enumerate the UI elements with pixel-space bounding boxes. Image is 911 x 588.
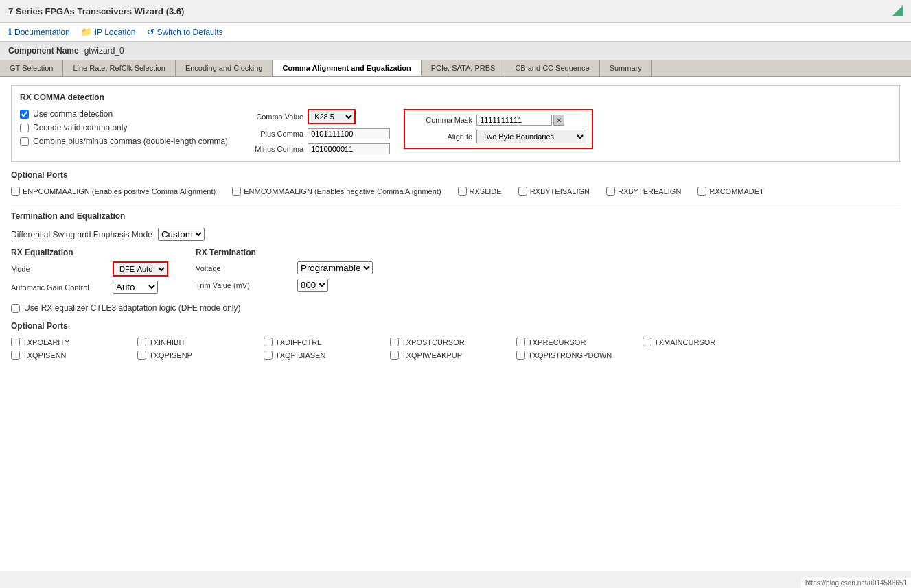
comma-mask-input[interactable]	[476, 115, 552, 126]
tab-pcie[interactable]: PCIe, SATA, PRBS	[422, 60, 506, 76]
diff-swing-row: Differential Swing and Emphasis Mode Cus…	[11, 228, 900, 241]
switch-defaults-link[interactable]: ↺ Switch to Defaults	[147, 27, 223, 37]
agc-row: Automatic Gain Control Auto Manual	[11, 281, 168, 294]
txpostcursor-label: TXPOSTCURSOR	[402, 338, 465, 346]
component-name-value: gtwizard_0	[84, 46, 124, 56]
txqpisenn-row: TXQPISENN	[11, 351, 121, 360]
txqpistrongpdown-label: TXQPISTRONGPDOWN	[528, 351, 612, 360]
comma-value-wrapper: K28.5 K28.1 K28.7 Custom	[308, 109, 356, 124]
use-rx-row: Use RX equalizer CTLE3 adaptation logic …	[11, 303, 900, 313]
txpostcursor-row: TXPOSTCURSOR	[390, 338, 500, 346]
txdiffctrl-checkbox[interactable]	[264, 338, 273, 346]
tabs-bar: GT Selection Line Rate, RefClk Selection…	[0, 60, 911, 77]
folder-icon: 📁	[81, 27, 92, 37]
txqpisenn-checkbox[interactable]	[11, 351, 20, 360]
txqpiweakpup-checkbox[interactable]	[390, 351, 399, 360]
rxslide-label: RXSLIDE	[470, 187, 502, 196]
corner-decoration	[892, 5, 903, 16]
diff-swing-select[interactable]: Custom Default	[158, 228, 205, 241]
trim-value-label: Trim Value (mV)	[196, 281, 292, 290]
rxbyteisalign-checkbox[interactable]	[518, 187, 527, 196]
plus-comma-row: Plus Comma	[242, 128, 390, 139]
txmaincursor-checkbox[interactable]	[643, 338, 651, 346]
plus-comma-input[interactable]	[308, 128, 390, 139]
documentation-link[interactable]: ℹ Documentation	[8, 27, 70, 37]
decode-valid-comma-checkbox[interactable]	[20, 124, 29, 132]
rxbyteisalign-row: RXBYTEISALIGN	[518, 187, 590, 196]
rxcommadet-label: RXCOMMADET	[709, 187, 763, 196]
rx-equalization-title: RX Equalization	[11, 248, 168, 257]
txqpisenn-label: TXQPISENN	[23, 351, 67, 360]
use-comma-checkbox[interactable]	[20, 110, 29, 119]
align-to-row: Align to Two Byte Boundaries Any Byte Bo…	[411, 130, 586, 143]
optional-ports-1-title: Optional Ports	[11, 170, 900, 181]
tab-gt-selection[interactable]: GT Selection	[0, 60, 63, 76]
txqpiweakpup-label: TXQPIWEAKPUP	[402, 351, 462, 360]
comma-mask-row: Comma Mask ✕	[411, 115, 586, 126]
mode-select[interactable]: DFE-Auto LPM DFE	[114, 263, 167, 275]
plus-comma-label: Plus Comma	[242, 130, 303, 138]
tab-line-rate[interactable]: Line Rate, RefClk Selection	[63, 60, 176, 76]
enm-comma-checkbox[interactable]	[232, 187, 241, 196]
rx-comma-section: RX COMMA detection Use comma detection D…	[11, 85, 900, 162]
txqpisenp-label: TXQPISENP	[149, 351, 192, 360]
txqpisenp-row: TXQPISENP	[137, 351, 247, 360]
enm-comma-row: ENMCOMMAALIGN (Enables negative Comma Al…	[232, 187, 441, 196]
txinhibit-row: TXINHIBIT	[137, 338, 247, 346]
use-rx-equalizer-checkbox[interactable]	[11, 304, 20, 313]
tab-encoding[interactable]: Encoding and Clocking	[176, 60, 273, 76]
optional-ports-row1: TXPOLARITY TXINHIBIT TXDIFFCTRL TXPOSTCU…	[11, 338, 900, 346]
voltage-row: Voltage Programmable Fixed	[196, 261, 373, 274]
voltage-label: Voltage	[196, 264, 292, 272]
comma-mask-label: Comma Mask	[411, 116, 472, 124]
txpolarity-checkbox[interactable]	[11, 338, 20, 346]
rxbyterealign-label: RXBYTEREALIGN	[618, 187, 681, 196]
rxslide-checkbox[interactable]	[458, 187, 467, 196]
use-comma-label: Use comma detection	[33, 109, 113, 119]
txpostcursor-checkbox[interactable]	[390, 338, 399, 346]
txqpisenp-checkbox[interactable]	[137, 351, 146, 360]
align-to-select[interactable]: Two Byte Boundaries Any Byte Boundary	[476, 130, 586, 143]
txmaincursor-row: TXMAINCURSOR	[643, 338, 752, 346]
combine-plus-minus-checkbox[interactable]	[20, 137, 29, 146]
tab-cb-cc[interactable]: CB and CC Sequence	[505, 60, 599, 76]
enp-comma-checkbox[interactable]	[11, 187, 20, 196]
right-fields: Comma Mask ✕ Align to Two Byte Boundarie…	[404, 109, 593, 149]
refresh-icon: ↺	[147, 27, 154, 37]
txmaincursor-label: TXMAINCURSOR	[654, 338, 715, 346]
rxcommadet-checkbox[interactable]	[697, 187, 706, 196]
use-rx-equalizer-label: Use RX equalizer CTLE3 adaptation logic …	[24, 303, 240, 313]
comma-value-select[interactable]: K28.5 K28.1 K28.7 Custom	[309, 110, 354, 123]
comma-value-label: Comma Value	[242, 113, 303, 121]
enp-comma-row: ENPCOMMAALIGN (Enables positive Comma Al…	[11, 187, 216, 196]
align-to-wrapper: Two Byte Boundaries Any Byte Boundary	[476, 130, 586, 143]
app-title: 7 Series FPGAs Transceivers Wizard (3.6)	[8, 6, 184, 16]
mask-clear-button[interactable]: ✕	[553, 115, 564, 126]
rxcommadet-row: RXCOMMADET	[697, 187, 763, 196]
txqpistrongpdown-checkbox[interactable]	[516, 351, 525, 360]
tab-comma-alignment[interactable]: Comma Alignment and Equalization	[273, 60, 421, 76]
txqpiweakpup-row: TXQPIWEAKPUP	[390, 351, 500, 360]
tab-summary[interactable]: Summary	[600, 60, 652, 76]
optional-ports-1-section: Optional Ports ENPCOMMAALIGN (Enables po…	[11, 170, 900, 196]
trim-value-select[interactable]: 800 700 900	[297, 279, 328, 292]
rxslide-row: RXSLIDE	[458, 187, 502, 196]
optional-ports-row2: TXQPISENN TXQPISENP TXQPIBIASEN TXQPIWEA…	[11, 351, 900, 360]
txinhibit-checkbox[interactable]	[137, 338, 146, 346]
txqpibiasen-label: TXQPIBIASEN	[275, 351, 325, 360]
txqpibiasen-checkbox[interactable]	[264, 351, 273, 360]
ip-location-link[interactable]: 📁 IP Location	[81, 27, 136, 37]
mask-wrapper: ✕	[476, 115, 564, 126]
voltage-select[interactable]: Programmable Fixed	[297, 261, 373, 274]
divider-1	[11, 204, 900, 204]
txprecursor-checkbox[interactable]	[516, 338, 525, 346]
title-bar: 7 Series FPGAs Transceivers Wizard (3.6)	[0, 0, 911, 23]
agc-select[interactable]: Auto Manual	[113, 281, 158, 294]
txdiffctrl-row: TXDIFFCTRL	[264, 338, 373, 346]
rx-termination-box: RX Termination Voltage Programmable Fixe…	[196, 248, 373, 298]
minus-comma-input[interactable]	[308, 143, 390, 154]
rx-equalization-box: RX Equalization Mode DFE-Auto LPM DFE Au…	[11, 248, 168, 298]
rxbyterealign-checkbox[interactable]	[606, 187, 615, 196]
rx-termination-title: RX Termination	[196, 248, 373, 257]
term-section: Termination and Equalization Differentia…	[11, 211, 900, 313]
